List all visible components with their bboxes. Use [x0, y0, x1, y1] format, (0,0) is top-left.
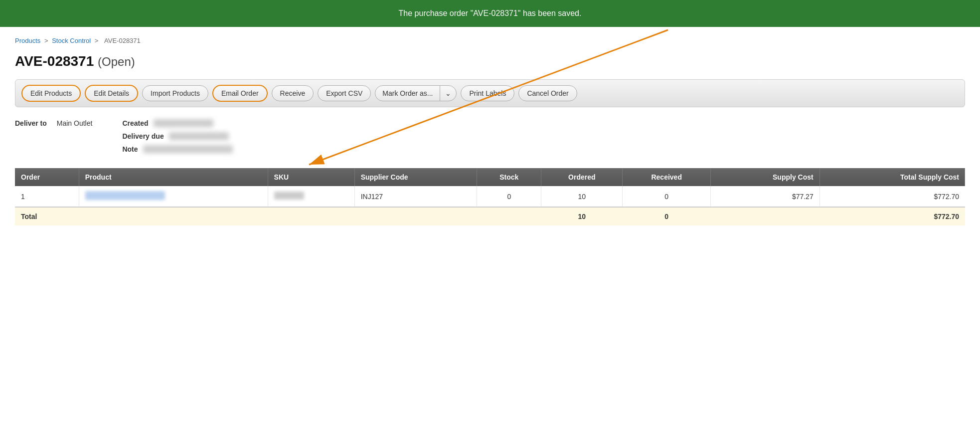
created-row: Created — [122, 119, 232, 127]
delivery-due-value — [169, 132, 229, 140]
col-order: Order — [15, 168, 79, 186]
cell-order: 1 — [15, 186, 79, 207]
breadcrumb-sep-1: > — [44, 37, 50, 44]
cell-total-supply-cost: $772.70 — [819, 186, 965, 207]
success-banner: The purchase order "AVE-028371" has been… — [0, 0, 980, 27]
edit-products-button[interactable]: Edit Products — [21, 85, 81, 102]
footer-ordered: 10 — [541, 207, 623, 225]
footer-stock-empty — [477, 207, 541, 225]
table-footer-row: Total 10 0 $772.70 — [15, 207, 965, 225]
order-info: Deliver to Main Outlet Created Delivery … — [15, 119, 965, 153]
delivery-due-label: Delivery due — [122, 132, 163, 140]
col-sku: SKU — [268, 168, 354, 186]
col-ordered: Ordered — [541, 168, 623, 186]
order-details-block: Created Delivery due Note — [122, 119, 232, 153]
breadcrumb-current: AVE-028371 — [104, 37, 141, 44]
print-labels-button[interactable]: Print Labels — [461, 85, 514, 101]
table-header-row: Order Product SKU Supplier Code Stock Or… — [15, 168, 965, 186]
cell-sku — [268, 186, 354, 207]
orders-table: Order Product SKU Supplier Code Stock Or… — [15, 168, 965, 225]
product-value-blurred — [85, 191, 165, 200]
order-status: (Open) — [98, 55, 135, 68]
col-supply-cost: Supply Cost — [711, 168, 819, 186]
breadcrumb: Products > Stock Control > AVE-028371 — [15, 37, 965, 44]
export-csv-button[interactable]: Export CSV — [318, 85, 371, 101]
cell-product — [79, 186, 268, 207]
col-received: Received — [623, 168, 711, 186]
footer-supply-cost-empty — [711, 207, 819, 225]
col-total-supply-cost: Total Supply Cost — [819, 168, 965, 186]
mark-order-as-dropdown[interactable]: Mark Order as... ⌄ — [375, 85, 457, 101]
col-product: Product — [79, 168, 268, 186]
deliver-to-block: Deliver to Main Outlet — [15, 119, 92, 153]
page-title: AVE-028371 (Open) — [15, 53, 965, 69]
import-products-button[interactable]: Import Products — [142, 85, 208, 101]
receive-button[interactable]: Receive — [272, 85, 314, 101]
footer-supplier-empty — [354, 207, 477, 225]
note-row: Note — [122, 145, 232, 153]
footer-sku-empty — [268, 207, 354, 225]
created-value — [154, 119, 213, 127]
cell-ordered: 10 — [541, 186, 623, 207]
cancel-order-button[interactable]: Cancel Order — [518, 85, 577, 101]
deliver-to-label: Deliver to — [15, 119, 47, 153]
col-supplier-code: Supplier Code — [354, 168, 477, 186]
mark-order-as-chevron[interactable]: ⌄ — [440, 86, 456, 101]
footer-total-supply-cost: $772.70 — [819, 207, 965, 225]
mark-order-as-button[interactable]: Mark Order as... — [375, 86, 440, 101]
note-label: Note — [122, 145, 138, 153]
cell-supplier-code: INJ127 — [354, 186, 477, 207]
delivery-due-row: Delivery due — [122, 132, 232, 140]
deliver-to-value: Main Outlet — [57, 119, 93, 153]
footer-received: 0 — [623, 207, 711, 225]
footer-label: Total — [15, 207, 268, 225]
breadcrumb-stock-control[interactable]: Stock Control — [52, 37, 91, 44]
edit-details-button[interactable]: Edit Details — [85, 85, 138, 102]
cell-received: 0 — [623, 186, 711, 207]
success-message: The purchase order "AVE-028371" has been… — [399, 9, 582, 17]
created-label: Created — [122, 119, 148, 127]
toolbar: Edit Products Edit Details Import Produc… — [15, 79, 965, 107]
table-row: 1 INJ127 0 10 0 $77.27 $772.70 — [15, 186, 965, 207]
cell-supply-cost: $77.27 — [711, 186, 819, 207]
order-number: AVE-028371 — [15, 53, 94, 69]
note-value — [143, 145, 233, 153]
breadcrumb-products[interactable]: Products — [15, 37, 40, 44]
col-stock: Stock — [477, 168, 541, 186]
cell-stock: 0 — [477, 186, 541, 207]
email-order-button[interactable]: Email Order — [212, 85, 268, 102]
sku-value-blurred — [274, 192, 304, 200]
breadcrumb-sep-2: > — [95, 37, 100, 44]
